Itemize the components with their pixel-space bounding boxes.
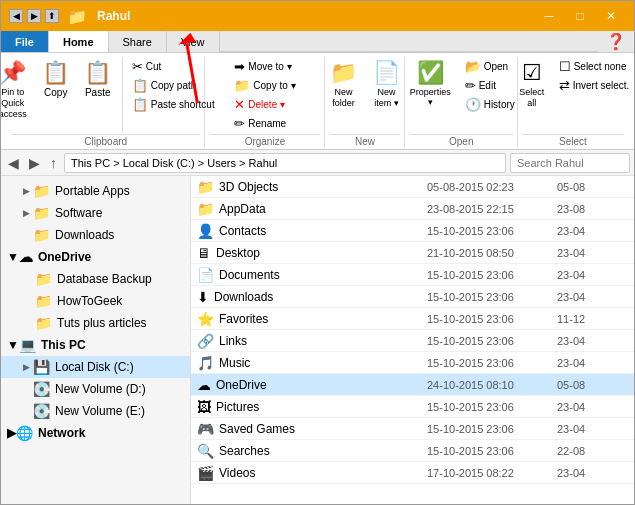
properties-button[interactable]: ✅ Properties ▾	[403, 57, 458, 110]
file-row[interactable]: ☁ OneDrive 24-10-2015 08:10 05-08	[191, 374, 634, 396]
delete-button[interactable]: ✕ Delete ▾	[229, 95, 300, 113]
cut-icon: ✂	[132, 59, 143, 74]
file-date: 15-10-2015 23:06	[421, 291, 551, 303]
file-date: 15-10-2015 23:06	[421, 313, 551, 325]
file-date: 15-10-2015 23:06	[421, 401, 551, 413]
tab-share[interactable]: Share	[109, 31, 167, 52]
file-row[interactable]: 👤 Contacts 15-10-2015 23:06 23-04	[191, 220, 634, 242]
sidebar-item-software[interactable]: ▶ 📁 Software	[1, 202, 190, 224]
sidebar-item-howtogeek[interactable]: 📁 HowToGeek	[1, 290, 190, 312]
tab-file[interactable]: File	[1, 31, 49, 52]
disk-icon: 💽	[33, 403, 50, 419]
up-button[interactable]: ↑	[47, 155, 60, 171]
file-name: Downloads	[214, 290, 273, 304]
file-row[interactable]: 📄 Documents 15-10-2015 23:06 23-04	[191, 264, 634, 286]
file-name: Pictures	[216, 400, 259, 414]
file-name: Saved Games	[219, 422, 295, 436]
file-type: 23-04	[551, 357, 631, 369]
file-name: Videos	[219, 466, 255, 480]
sidebar-this-pc-header[interactable]: ▼ 💻 This PC	[1, 334, 190, 356]
file-date: 23-08-2015 22:15	[421, 203, 551, 215]
file-name: Searches	[219, 444, 270, 458]
move-icon: ➡	[234, 59, 245, 74]
file-name: AppData	[219, 202, 266, 216]
sidebar-item-local-disk-c[interactable]: ▶ 💾 Local Disk (C:)	[1, 356, 190, 378]
file-name: Contacts	[219, 224, 266, 238]
sidebar-network-header[interactable]: ▶ 🌐 Network	[1, 422, 190, 444]
minimize-button[interactable]: ─	[534, 1, 564, 31]
file-row[interactable]: 🎬 Videos 17-10-2015 08:22 23-04	[191, 462, 634, 484]
quick-access-icon3: ⬆	[45, 9, 59, 23]
window-controls: ─ □ ✕	[534, 1, 626, 31]
sidebar-item-new-volume-e[interactable]: ▶ 💽 New Volume (E:)	[1, 400, 190, 422]
file-icon: 🎬	[197, 465, 214, 481]
file-icon: 🖼	[197, 399, 211, 415]
file-row[interactable]: 📁 3D Objects 05-08-2015 02:23 05-08	[191, 176, 634, 198]
clipboard-buttons: 📌 Pin to Quick access 📋 Copy 📋 Paste	[0, 57, 220, 132]
sidebar-item-database-backup[interactable]: 📁 Database Backup	[1, 268, 190, 290]
ribbon-group-organize: ➡ Move to ▾ 📁 Copy to ▾ ✕ Delete ▾ ✏ Ren…	[205, 57, 325, 147]
file-row[interactable]: 🔗 Links 15-10-2015 23:06 23-04	[191, 330, 634, 352]
file-row[interactable]: 🎵 Music 15-10-2015 23:06 23-04	[191, 352, 634, 374]
file-row[interactable]: ⬇ Downloads 15-10-2015 23:06 23-04	[191, 286, 634, 308]
sidebar-onedrive-header[interactable]: ▼ ☁ OneDrive	[1, 246, 190, 268]
move-to-button[interactable]: ➡ Move to ▾	[229, 57, 300, 75]
sidebar-item-portable-apps[interactable]: ▶ 📁 Portable Apps	[1, 180, 190, 202]
file-icon: ☁	[197, 377, 211, 393]
sidebar: ▶ 📁 Portable Apps ▶ 📁 Software ▶ 📁 Downl…	[1, 176, 191, 505]
maximize-button[interactable]: □	[565, 1, 595, 31]
file-icon: 📁	[197, 201, 214, 217]
file-icon: 📄	[197, 267, 214, 283]
forward-button[interactable]: ▶	[26, 155, 43, 171]
organize-label: Organize	[209, 134, 320, 147]
select-small-buttons: ☐ Select none ⇄ Invert select.	[554, 57, 635, 94]
tabs-bar: File Home Share View ❓	[1, 31, 634, 53]
file-row[interactable]: 🎮 Saved Games 15-10-2015 23:06 23-04	[191, 418, 634, 440]
file-date: 17-10-2015 08:22	[421, 467, 551, 479]
expand-arrow: ▶	[23, 186, 30, 196]
back-button[interactable]: ◀	[5, 155, 22, 171]
file-name: Links	[219, 334, 247, 348]
file-type: 23-08	[551, 203, 631, 215]
properties-icon: ✅	[417, 60, 444, 86]
new-folder-button[interactable]: 📁 Newfolder	[323, 57, 364, 112]
file-row[interactable]: 🖼 Pictures 15-10-2015 23:06 23-04	[191, 396, 634, 418]
invert-selection-button[interactable]: ⇄ Invert select.	[554, 76, 635, 94]
address-bar[interactable]	[64, 153, 506, 173]
copy-path-icon: 📋	[132, 78, 148, 93]
close-button[interactable]: ✕	[596, 1, 626, 31]
expand-arrow: ▶	[23, 362, 30, 372]
copy-button[interactable]: 📋 Copy	[36, 57, 76, 101]
file-icon: 👤	[197, 223, 214, 239]
ribbon-group-new: 📁 Newfolder 📄 Newitem ▾ New	[325, 57, 405, 147]
pc-icon: 💻	[19, 337, 36, 353]
sidebar-item-new-volume-d[interactable]: ▶ 💽 New Volume (D:)	[1, 378, 190, 400]
search-bar[interactable]	[510, 153, 630, 173]
sidebar-item-downloads[interactable]: ▶ 📁 Downloads	[1, 224, 190, 246]
folder-icon: 📁	[35, 315, 52, 331]
select-label: Select	[522, 134, 624, 147]
sidebar-item-tuts-plus[interactable]: 📁 Tuts plus articles	[1, 312, 190, 334]
file-row[interactable]: 🖥 Desktop 21-10-2015 08:50 23-04	[191, 242, 634, 264]
new-item-button[interactable]: 📄 Newitem ▾	[366, 57, 407, 112]
tab-view[interactable]: View	[167, 31, 220, 52]
nav-bar: ◀ ▶ ↑	[1, 150, 634, 176]
paste-button[interactable]: 📋 Paste	[78, 57, 118, 101]
file-row[interactable]: 🔍 Searches 15-10-2015 23:06 22-08	[191, 440, 634, 462]
pin-to-quick-access-button[interactable]: 📌 Pin to Quick access	[0, 57, 34, 122]
file-type: 11-12	[551, 313, 631, 325]
file-type: 23-04	[551, 401, 631, 413]
help-button[interactable]: ❓	[598, 31, 634, 52]
select-all-button[interactable]: ☑ Selectall	[512, 57, 552, 112]
file-row[interactable]: ⭐ Favorites 15-10-2015 23:06 11-12	[191, 308, 634, 330]
copy-to-button[interactable]: 📁 Copy to ▾	[229, 76, 300, 94]
file-row[interactable]: 📁 AppData 23-08-2015 22:15 23-08	[191, 198, 634, 220]
tab-home[interactable]: Home	[49, 31, 109, 52]
rename-button[interactable]: ✏ Rename	[229, 114, 300, 132]
ribbon-group-open: ✅ Properties ▾ 📂 Open ✏ Edit 🕐 History	[405, 57, 518, 147]
folder-icon: 📁	[35, 271, 52, 287]
file-icon: 🔗	[197, 333, 214, 349]
main-content: ▶ 📁 Portable Apps ▶ 📁 Software ▶ 📁 Downl…	[1, 176, 634, 505]
file-type: 23-04	[551, 225, 631, 237]
select-none-button[interactable]: ☐ Select none	[554, 57, 635, 75]
